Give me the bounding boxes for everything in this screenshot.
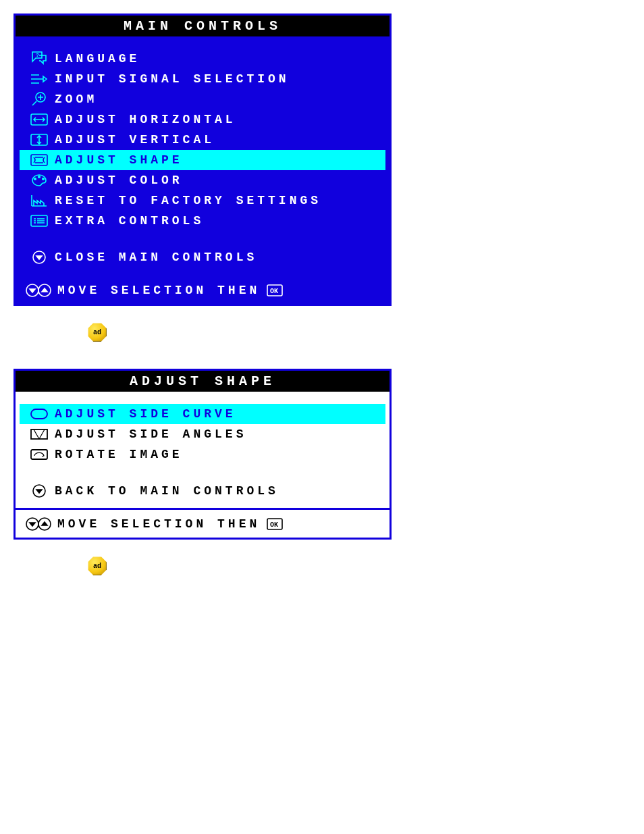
svg-point-6: [38, 176, 41, 178]
menu-item-side-angles[interactable]: ADJUST SIDE ANGLES: [20, 424, 385, 444]
menu-item-rotate-image[interactable]: ROTATE IMAGE: [20, 444, 385, 465]
menu-item-back[interactable]: BACK TO MAIN CONTROLS: [20, 481, 385, 501]
factory-icon: [24, 194, 55, 207]
svg-text:?: ?: [36, 52, 39, 58]
back-label: BACK TO MAIN CONTROLS: [55, 484, 279, 498]
main-controls-panel: MAIN CONTROLS ? LANGUAGE INPUT SIGNAL SE…: [14, 14, 392, 306]
svg-point-5: [34, 178, 36, 180]
menu-label: ADJUST VERTICAL: [55, 133, 215, 147]
svg-rect-15: [31, 429, 47, 439]
svg-text:OK: OK: [270, 521, 278, 529]
input-arrow-icon: [24, 72, 55, 86]
up-down-arrows-icon: [20, 517, 57, 531]
svg-rect-4: [31, 155, 47, 165]
menu-item-adjust-vertical[interactable]: ADJUST VERTICAL: [20, 130, 385, 150]
palette-icon: [24, 174, 55, 187]
up-down-arrows-icon: [20, 283, 57, 298]
menu-item-reset-factory[interactable]: RESET TO FACTORY SETTINGS: [20, 190, 385, 211]
ok-badge-icon: ad: [88, 323, 107, 342]
adjust-shape-footer: MOVE SELECTION THEN OK: [16, 508, 390, 538]
ok-button-2[interactable]: ad: [88, 556, 107, 575]
menu-item-input-signal[interactable]: INPUT SIGNAL SELECTION: [20, 69, 385, 89]
ok-box-icon: OK: [267, 518, 283, 530]
zoom-icon: [24, 91, 55, 107]
menu-label: EXTRA CONTROLS: [55, 214, 204, 228]
adjust-vertical-icon: [24, 133, 55, 147]
menu-label: ZOOM: [55, 93, 97, 106]
footer-text: MOVE SELECTION THEN: [57, 284, 260, 297]
menu-label: ADJUST COLOR: [55, 174, 183, 187]
menu-item-close[interactable]: CLOSE MAIN CONTROLS: [20, 247, 385, 267]
adjust-shape-panel: ADJUST SHAPE ADJUST SIDE CURVE ADJUST SI…: [14, 369, 392, 540]
menu-item-language[interactable]: ? LANGUAGE: [20, 49, 385, 69]
svg-text:OK: OK: [270, 288, 278, 295]
menu-item-zoom[interactable]: ZOOM: [20, 89, 385, 109]
footer-text: MOVE SELECTION THEN: [57, 517, 260, 531]
adjust-shape-icon: [24, 153, 55, 167]
down-arrow-circle-icon: [24, 250, 55, 265]
side-angles-icon: [24, 427, 55, 441]
svg-rect-14: [31, 409, 47, 419]
menu-label: ADJUST SIDE CURVE: [55, 407, 236, 421]
adjust-shape-body: ADJUST SIDE CURVE ADJUST SIDE ANGLES ROT…: [16, 392, 390, 508]
adjust-horizontal-icon: [24, 113, 55, 126]
menu-label: ROTATE IMAGE: [55, 448, 183, 461]
menu-label: ADJUST SIDE ANGLES: [55, 427, 246, 441]
main-controls-body: ? LANGUAGE INPUT SIGNAL SELECTION ZOOM A…: [16, 36, 390, 274]
main-controls-footer: MOVE SELECTION THEN OK: [16, 274, 390, 304]
menu-label: INPUT SIGNAL SELECTION: [55, 72, 290, 86]
menu-label: LANGUAGE: [55, 52, 140, 66]
ok-button-1[interactable]: ad: [88, 323, 107, 342]
menu-item-extra-controls[interactable]: EXTRA CONTROLS: [20, 211, 385, 231]
ok-badge-icon: ad: [88, 556, 107, 575]
adjust-shape-title: ADJUST SHAPE: [16, 371, 390, 392]
svg-rect-16: [31, 450, 47, 459]
down-arrow-circle-icon: [24, 484, 55, 498]
rotate-image-icon: [24, 448, 55, 461]
menu-label: ADJUST HORIZONTAL: [55, 113, 236, 126]
side-curve-icon: [24, 407, 55, 421]
menu-label: ADJUST SHAPE: [55, 153, 183, 167]
speech-bubble-icon: ?: [24, 51, 55, 66]
menu-item-side-curve[interactable]: ADJUST SIDE CURVE: [20, 404, 385, 424]
svg-point-7: [43, 178, 45, 180]
main-controls-title: MAIN CONTROLS: [16, 16, 390, 36]
menu-item-adjust-shape[interactable]: ADJUST SHAPE: [20, 150, 385, 170]
blank-row: [20, 465, 385, 481]
blank-row: [20, 231, 385, 247]
menu-item-adjust-color[interactable]: ADJUST COLOR: [20, 170, 385, 190]
ok-box-icon: OK: [267, 284, 283, 296]
menu-label: RESET TO FACTORY SETTINGS: [55, 194, 321, 207]
menu-item-adjust-horizontal[interactable]: ADJUST HORIZONTAL: [20, 109, 385, 130]
list-icon: [24, 214, 55, 228]
close-label: CLOSE MAIN CONTROLS: [55, 251, 257, 264]
